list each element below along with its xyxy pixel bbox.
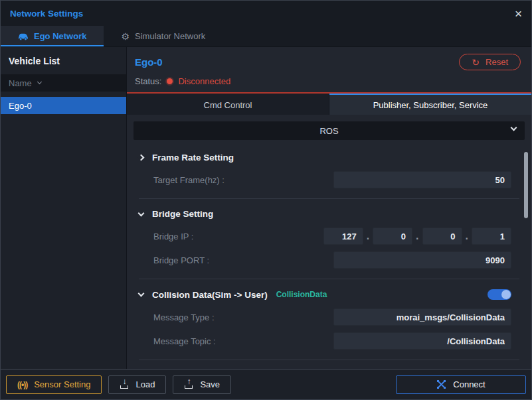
refresh-icon: ↻ xyxy=(472,58,480,67)
save-label: Save xyxy=(200,379,220,389)
connect-label: Connect xyxy=(453,379,485,389)
tab-simulator-network[interactable]: ⚙ Simulator Network xyxy=(104,26,222,46)
reset-label: Reset xyxy=(486,57,508,67)
bridge-port-label: Bridge PORT : xyxy=(153,255,209,265)
status-row: Status: Disconnected xyxy=(127,75,531,94)
main-area: Vehicle List Name Ego-0 Ego-0 ↻ Reset St… xyxy=(1,47,531,369)
section-bridge-header[interactable]: Bridge Setting xyxy=(127,202,531,224)
subtab-cmd-control[interactable]: Cmd Control xyxy=(127,94,329,115)
detail-panel: Ego-0 ↻ Reset Status: Disconnected Cmd C… xyxy=(127,47,531,369)
target-frame-field-row: Target Frame(hz) : xyxy=(127,168,531,192)
message-topic-input[interactable] xyxy=(333,332,511,350)
sort-chevron-down-icon xyxy=(37,80,42,84)
bridge-ip-input-2[interactable] xyxy=(373,228,412,245)
subtab-publisher-subscriber-service[interactable]: Publisher, Subscriber, Service xyxy=(329,94,531,115)
connect-icon xyxy=(436,379,446,389)
scrollbar-thumb[interactable] xyxy=(524,152,528,218)
target-frame-label: Target Frame(hz) : xyxy=(153,175,224,185)
message-type-label: Message Type : xyxy=(153,312,215,322)
message-type-input[interactable] xyxy=(333,308,511,326)
load-icon: ↓ xyxy=(120,380,129,389)
detail-subtabs: Cmd Control Publisher, Subscriber, Servi… xyxy=(127,94,531,115)
bridge-ip-field-row: Bridge IP : . . . xyxy=(127,224,531,248)
bridge-port-input[interactable] xyxy=(333,251,511,269)
load-button[interactable]: ↓ Load xyxy=(108,375,166,394)
title-bar: Network Settings × xyxy=(1,1,531,26)
divider xyxy=(139,360,519,360)
sensor-setting-button[interactable]: ((•)) Sensor Setting xyxy=(6,375,102,394)
divider xyxy=(139,198,519,199)
vehicle-list-panel: Vehicle List Name Ego-0 xyxy=(1,47,127,369)
status-dot-icon xyxy=(167,78,173,84)
ip-separator: . xyxy=(466,230,468,242)
bridge-ip-input-4[interactable] xyxy=(472,228,511,245)
gear-icon: ⚙ xyxy=(121,32,130,41)
toggle-knob xyxy=(501,290,511,299)
target-frame-input[interactable] xyxy=(333,171,511,188)
status-value: Disconnected xyxy=(178,76,230,86)
message-type-field-row: Message Type : xyxy=(127,305,531,329)
vehicle-list-title: Vehicle List xyxy=(1,47,126,74)
collision-toggle-switch[interactable] xyxy=(488,289,511,300)
name-column-header[interactable]: Name xyxy=(1,74,126,92)
section-frame-rate-title: Frame Rate Setting xyxy=(152,153,234,163)
bridge-ip-input-3[interactable] xyxy=(422,228,462,245)
settings-scroll-area: Frame Rate Setting Target Frame(hz) : Br… xyxy=(127,141,531,369)
bridge-port-field-row: Bridge PORT : xyxy=(127,248,531,272)
window-title: Network Settings xyxy=(10,9,83,19)
section-collision-title: Collision Data(Sim -> User) xyxy=(152,290,268,300)
subtab-cmd-control-label: Cmd Control xyxy=(204,100,252,110)
chevron-right-icon xyxy=(138,155,145,161)
section-bridge-title: Bridge Setting xyxy=(152,209,213,219)
ip-separator: . xyxy=(416,230,418,242)
network-tabs: Ego Network ⚙ Simulator Network xyxy=(1,26,531,47)
connect-button[interactable]: Connect xyxy=(396,375,526,394)
status-label: Status: xyxy=(135,76,161,86)
close-button[interactable]: × xyxy=(515,7,522,20)
dropdown-chevron-icon xyxy=(511,125,517,131)
sensor-setting-label: Sensor Setting xyxy=(34,379,90,389)
vehicle-row-ego-0[interactable]: Ego-0 xyxy=(1,97,126,114)
footer-bar: ((•)) Sensor Setting ↓ Load ↑ Save Conne… xyxy=(1,369,531,399)
protocol-dropdown[interactable]: ROS xyxy=(133,121,525,140)
tab-ego-network-label: Ego Network xyxy=(34,31,86,41)
close-icon: × xyxy=(515,7,522,21)
panel-title: Ego-0 xyxy=(135,56,163,68)
chevron-down-icon xyxy=(138,291,145,297)
save-icon: ↑ xyxy=(184,380,193,389)
bridge-ip-input-1[interactable] xyxy=(323,228,363,245)
divider xyxy=(139,279,519,279)
chevron-down-icon xyxy=(138,210,145,216)
ip-separator: . xyxy=(367,230,369,242)
load-label: Load xyxy=(135,379,155,389)
tab-simulator-network-label: Simulator Network xyxy=(135,31,205,41)
bridge-ip-label: Bridge IP : xyxy=(153,232,193,241)
tab-ego-network[interactable]: Ego Network xyxy=(1,26,104,46)
message-topic-label: Message Topic : xyxy=(153,336,216,346)
sensor-icon: ((•)) xyxy=(17,380,27,389)
bridge-ip-group: . . . xyxy=(323,228,511,245)
protocol-selected-value: ROS xyxy=(319,126,338,136)
name-header-label: Name xyxy=(9,78,32,88)
car-icon xyxy=(18,33,29,40)
section-collision-header[interactable]: Collision Data(Sim -> User) CollisionDat… xyxy=(127,282,531,305)
reset-button[interactable]: ↻ Reset xyxy=(459,54,521,70)
vehicle-row-label: Ego-0 xyxy=(9,101,32,111)
save-button[interactable]: ↑ Save xyxy=(173,375,231,394)
section-frame-rate-header[interactable]: Frame Rate Setting xyxy=(127,145,531,168)
message-topic-field-row: Message Topic : xyxy=(127,329,531,353)
collision-data-tag: CollisionData xyxy=(276,290,327,299)
detail-header: Ego-0 ↻ Reset xyxy=(127,47,531,75)
subtab-pss-label: Publisher, Subscriber, Service xyxy=(373,100,488,110)
